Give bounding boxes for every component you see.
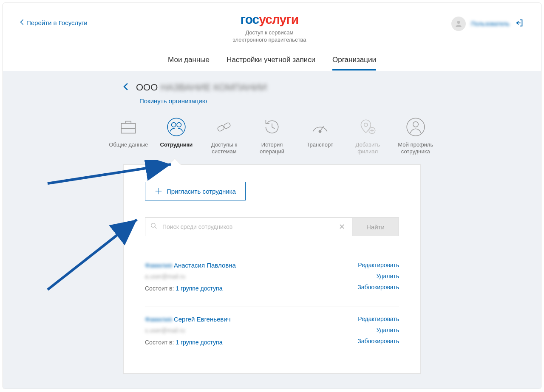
svg-point-4 <box>171 122 176 127</box>
employee-name-link[interactable]: Фамилия Анастасия Павловна <box>145 262 236 269</box>
gauge-icon <box>309 116 331 138</box>
logo-block: госуслуги Доступ к сервисам электронного… <box>88 12 452 44</box>
employee-groups: Состоит в: 1 группе доступа <box>145 285 236 292</box>
employee-delete-link[interactable]: Удалить <box>357 273 399 279</box>
briefcase-icon <box>117 116 139 138</box>
tab-general[interactable]: Общие данные <box>106 116 151 155</box>
back-to-gosuslugi-link[interactable]: Перейти в Госуслуги <box>20 19 88 26</box>
org-name: ООО НАЗВАНИЕ КОМПАНИИ <box>136 82 267 93</box>
nav-organizations[interactable]: Организации <box>332 56 376 71</box>
svg-point-9 <box>319 130 321 133</box>
svg-point-5 <box>177 122 181 127</box>
search-box: ✕ <box>145 217 352 236</box>
site-subtitle: Доступ к сервисам электронного правитель… <box>88 29 452 44</box>
plus-icon <box>155 187 162 195</box>
employee-block-link[interactable]: Заблокировать <box>357 338 399 344</box>
logout-icon[interactable] <box>515 18 524 29</box>
employee-row: Фамилия Сергей Евгеньевич s.user@mail.ru… <box>145 307 399 361</box>
user-avatar[interactable] <box>451 17 466 31</box>
site-logo: госуслуги <box>88 12 452 27</box>
tab-add-branch: Добавить филиал <box>346 116 390 155</box>
svg-point-10 <box>364 123 368 126</box>
svg-line-19 <box>155 227 156 229</box>
employee-groups: Состоит в: 1 группе доступа <box>145 339 230 346</box>
svg-point-3 <box>167 118 185 136</box>
user-name-label[interactable]: Пользователь <box>471 20 510 27</box>
find-button[interactable]: Найти <box>352 217 399 236</box>
tab-access[interactable]: Доступы к системам <box>202 116 246 155</box>
person-icon <box>405 116 427 138</box>
leave-org-link[interactable]: Покинуть организацию <box>139 97 207 104</box>
svg-rect-7 <box>224 122 231 129</box>
tab-employees[interactable]: Сотрудники <box>154 116 199 155</box>
org-back-chevron[interactable] <box>123 82 128 93</box>
people-icon <box>165 116 187 138</box>
employees-panel: Пригласить сотрудника ✕ Найти Фа <box>123 164 421 374</box>
clear-search-icon[interactable]: ✕ <box>337 222 347 231</box>
chevron-left-icon <box>20 19 24 26</box>
pin-plus-icon <box>357 116 379 138</box>
employee-edit-link[interactable]: Редактировать <box>357 262 399 268</box>
nav-account-settings[interactable]: Настройки учетной записи <box>227 56 315 71</box>
svg-rect-6 <box>217 125 225 132</box>
employee-edit-link[interactable]: Редактировать <box>357 316 399 322</box>
employee-groups-link[interactable]: 1 группе доступа <box>176 285 222 292</box>
svg-point-0 <box>457 21 460 24</box>
svg-point-15 <box>413 121 419 127</box>
employee-groups-link[interactable]: 1 группе доступа <box>176 339 222 346</box>
tab-history[interactable]: История операций <box>250 116 295 155</box>
back-link-label: Перейти в Госуслуги <box>26 19 88 26</box>
chain-icon <box>213 116 235 138</box>
nav-my-data[interactable]: Мои данные <box>168 56 210 71</box>
employee-block-link[interactable]: Заблокировать <box>357 284 399 290</box>
employee-email: a.user@mail.ru <box>145 273 236 280</box>
tab-my-profile[interactable]: Мой профиль сотрудника <box>393 116 438 155</box>
employee-name-link[interactable]: Фамилия Сергей Евгеньевич <box>145 316 230 323</box>
org-tabs: Общие данные Сотрудники Доступы к систем… <box>106 116 438 155</box>
employee-row: Фамилия Анастасия Павловна a.user@mail.r… <box>145 253 399 307</box>
employee-search-input[interactable] <box>162 223 337 231</box>
history-icon <box>261 116 283 138</box>
search-icon <box>150 223 157 231</box>
employee-delete-link[interactable]: Удалить <box>357 327 399 333</box>
employee-email: s.user@mail.ru <box>145 327 230 334</box>
svg-point-18 <box>151 223 156 228</box>
invite-employee-button[interactable]: Пригласить сотрудника <box>145 182 246 200</box>
main-nav: Мои данные Настройки учетной записи Орга… <box>3 56 541 71</box>
tab-transport[interactable]: Транспорт <box>298 116 342 155</box>
